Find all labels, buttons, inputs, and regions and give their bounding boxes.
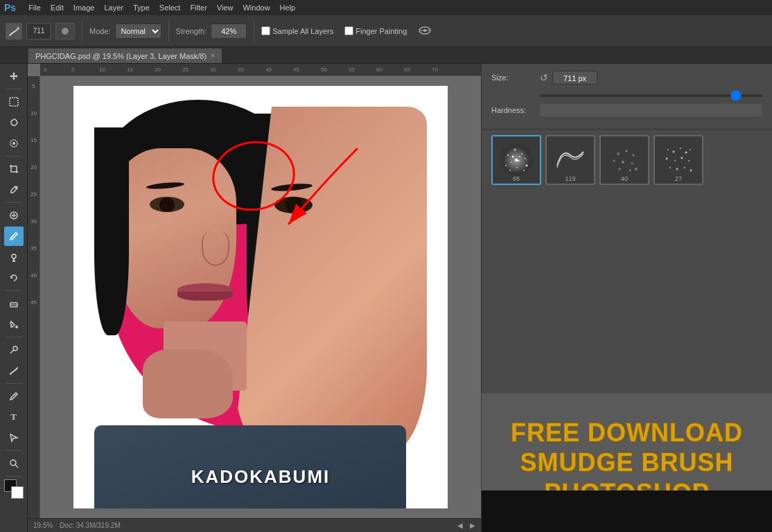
svg-point-44 <box>635 168 638 170</box>
svg-point-43 <box>629 170 631 172</box>
menu-image[interactable]: Image <box>73 3 95 12</box>
brush-size-value[interactable]: 711 px <box>552 71 597 85</box>
black-bottom-right <box>482 490 772 532</box>
ruler-tick-65: 65 <box>404 66 432 73</box>
brush-preview-tiny-svg <box>660 141 697 179</box>
path-selection-tool[interactable] <box>4 428 24 447</box>
foreground-background-color[interactable] <box>4 479 24 499</box>
svg-point-54 <box>669 167 671 168</box>
canvas-document[interactable]: KADOKABUMI <box>73 86 448 508</box>
svg-point-36 <box>617 152 620 155</box>
nose <box>202 231 229 266</box>
move-tool[interactable] <box>4 66 24 86</box>
ruler-tick-55: 55 <box>349 66 376 73</box>
sample-all-layers-label: Sample All Layers <box>272 27 333 35</box>
svg-point-16 <box>13 346 17 351</box>
menu-help[interactable]: Help <box>280 3 296 12</box>
eraser-tool[interactable] <box>4 294 24 313</box>
ruler-tick-25: 25 <box>182 66 210 73</box>
brush-preset-round-label: 119 <box>565 175 575 182</box>
ruler-left-mark-3: 15 <box>30 137 37 143</box>
eye-left <box>150 197 184 212</box>
svg-point-53 <box>688 160 690 161</box>
brush-preset-tiny[interactable]: 27 <box>653 135 703 185</box>
menu-window[interactable]: Window <box>243 3 270 12</box>
svg-point-34 <box>512 156 514 158</box>
finger-painting-checkbox[interactable] <box>344 26 353 35</box>
ruler-left-mark-4: 20 <box>30 164 37 170</box>
ruler-left-mark-8: 40 <box>30 272 37 278</box>
sample-all-layers-checkbox[interactable] <box>261 26 270 35</box>
text-tool[interactable]: T <box>4 407 24 427</box>
brush-size-icon[interactable]: 711 <box>26 23 51 39</box>
brush-tool[interactable] <box>4 227 24 246</box>
brush-preset-round[interactable]: 119 <box>545 135 595 185</box>
menu-layer[interactable]: Layer <box>104 3 123 12</box>
svg-point-50 <box>666 158 668 160</box>
eye-right <box>274 197 313 213</box>
zoom-level: 19.5% <box>33 522 53 529</box>
tool-sep-8 <box>6 476 22 477</box>
rectangular-marquee-tool[interactable] <box>4 92 24 112</box>
ruler-tick-70: 70 <box>432 66 459 73</box>
svg-point-24 <box>521 153 523 154</box>
menu-file[interactable]: File <box>28 3 41 12</box>
history-brush-tool[interactable] <box>4 268 24 287</box>
brush-size-reset-icon[interactable]: ↺ <box>540 72 548 83</box>
smudge-tool-icon[interactable] <box>6 23 22 39</box>
smudge-tool-sidebar[interactable] <box>4 361 24 380</box>
brush-preset-soft[interactable]: 40 <box>599 135 649 185</box>
lasso-tool[interactable] <box>4 113 24 132</box>
brush-preset-soft-label: 40 <box>621 175 628 182</box>
dodge-tool[interactable] <box>4 340 24 360</box>
brush-preset-scatter[interactable]: 65 <box>491 135 541 185</box>
brush-presets-row: 65 119 <box>482 130 772 190</box>
nav-back-icon[interactable]: ◀ <box>457 522 463 529</box>
crop-tool[interactable] <box>4 159 24 179</box>
svg-point-48 <box>685 152 687 154</box>
clone-stamp-tool[interactable] <box>4 247 24 267</box>
pen-tool[interactable] <box>4 387 24 406</box>
background-color[interactable] <box>11 486 24 499</box>
menu-type[interactable]: Type <box>133 3 150 12</box>
menu-edit[interactable]: Edit <box>51 3 64 12</box>
svg-rect-5 <box>10 98 18 106</box>
ruler-top: 0 5 10 15 20 25 30 35 40 45 50 55 60 65 … <box>40 64 481 76</box>
tab-close-button[interactable]: × <box>211 52 215 60</box>
eyedropper-tool[interactable] <box>4 180 24 200</box>
document-tab[interactable]: PHGCIDAG.psd @ 19.5% (Layer 3, Layer Mas… <box>28 48 222 63</box>
airbrush-icon[interactable] <box>418 24 432 39</box>
brush-preset-picker[interactable] <box>55 23 75 39</box>
paint-bucket-tool[interactable] <box>4 314 24 334</box>
canvas-bottom-bar: 19.5% Doc: 34.3M/319.2M ◀ ▶ <box>28 518 481 532</box>
doc-size-info: Doc: 34.3M/319.2M <box>60 522 120 529</box>
zoom-tool[interactable] <box>4 454 24 473</box>
ruler-left-mark-9: 45 <box>30 299 37 305</box>
ruler-tick-30: 30 <box>210 66 238 73</box>
strength-input[interactable] <box>211 24 247 39</box>
nav-forward-icon[interactable]: ▶ <box>470 522 475 529</box>
menubar: Ps File Edit Image Layer Type Select Fil… <box>0 0 772 15</box>
scatter-dots-svg <box>498 141 535 179</box>
quick-selection-tool[interactable] <box>4 134 24 153</box>
svg-point-55 <box>676 168 678 170</box>
brush-preview-scatter-img <box>498 141 535 179</box>
ruler-left: 5 10 15 20 25 30 35 40 45 <box>28 76 40 518</box>
tool-sep-6 <box>6 383 22 384</box>
toolbar: 711 Mode: Normal Darken Lighten Strength… <box>0 15 772 47</box>
promo-line2: SMUDGE BRUSH <box>511 447 743 477</box>
mode-label: Mode: <box>89 27 111 35</box>
toolbar-separator-3 <box>254 21 254 42</box>
menu-view[interactable]: View <box>217 3 234 12</box>
mode-select[interactable]: Normal Darken Lighten <box>115 24 161 39</box>
menu-filter[interactable]: Filter <box>190 3 207 12</box>
healing-brush-tool[interactable] <box>4 206 24 225</box>
menu-select[interactable]: Select <box>159 3 181 12</box>
brush-size-slider-container <box>491 90 762 104</box>
svg-point-25 <box>511 161 512 163</box>
svg-point-7 <box>12 142 15 145</box>
brush-preview-wave-svg <box>552 141 589 179</box>
svg-point-1 <box>62 28 69 35</box>
brush-size-range[interactable] <box>540 94 762 97</box>
brush-size-slider[interactable] <box>540 90 762 98</box>
